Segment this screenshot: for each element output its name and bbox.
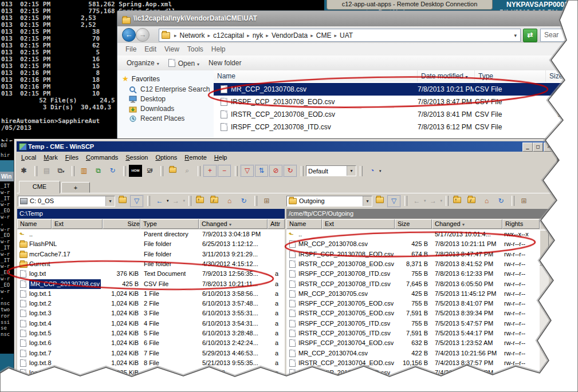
menu-item-help[interactable]: Help <box>211 45 226 53</box>
remote-file-row[interactable]: ⬑..5/17/2013 10:01:4...rwx--x--x <box>286 229 540 239</box>
filter-icon[interactable]: ▽ <box>387 195 400 207</box>
menu-item-file[interactable]: File <box>125 45 136 53</box>
local-file-row[interactable]: log.txt.81,024 KiB8 File5/21/2013 9:55:3… <box>17 358 285 368</box>
menu-item-help[interactable]: Help <box>214 154 227 161</box>
parent-directory-icon[interactable]: ↑ <box>451 195 465 207</box>
column-header-name[interactable]: Name <box>214 70 418 82</box>
remote-file-row[interactable]: MR_CCP_20130705.csv425 B7/5/2013 11:45:1… <box>286 289 540 299</box>
back-button[interactable]: ← <box>122 28 136 42</box>
menu-item-local[interactable]: Local <box>21 154 36 161</box>
refresh-icon[interactable]: ↻ <box>106 165 119 177</box>
remote-file-row[interactable]: MR_CCP_20130708.csv425 B7/8/2013 10:21:1… <box>286 239 540 249</box>
column-header-name[interactable]: Name <box>286 219 322 229</box>
transfer-preset-combo[interactable]: Default▾ <box>306 165 356 176</box>
explorer-titlebar[interactable]: \\c12capital\nyk\VendorData\CME\UAT <box>117 11 576 26</box>
breadcrumb[interactable]: ▸ Network▸c12capital▸nyk▸VendorData▸CME▸… <box>159 29 521 42</box>
revert-icon[interactable]: ↻ <box>284 165 297 177</box>
maximize-button[interactable]: □ <box>533 142 543 152</box>
column-header-changed[interactable]: Changed ▼ <box>199 219 268 229</box>
column-header-ext[interactable]: Ext <box>322 219 395 229</box>
menu-item-options[interactable]: Options <box>155 154 177 161</box>
local-file-row[interactable]: log.txt.91,025 KiB5/ /2013a <box>17 368 285 378</box>
refresh-icon[interactable]: ↻ <box>237 195 250 207</box>
local-file-row[interactable]: log.txt.11,024 KiB1 File6/10/2013 3:58:5… <box>17 289 285 299</box>
session-log-icon[interactable]: ▤ <box>40 165 53 177</box>
tab-cme[interactable]: CME <box>19 181 60 193</box>
open-directory-icon[interactable] <box>373 195 386 207</box>
menu-item-remote[interactable]: Remote <box>184 154 207 161</box>
remote-dir-combo[interactable]: Outgoing▾ <box>286 196 372 207</box>
organize-button[interactable]: Organize▾ <box>127 59 159 67</box>
find-files-icon[interactable]: ⌕ <box>180 165 194 177</box>
menu-item-tools[interactable]: Tools <box>187 45 203 53</box>
column-header-rights[interactable]: Rights <box>502 219 540 229</box>
column-header-size[interactable]: Size <box>395 219 432 229</box>
explorer-file-row[interactable]: IRSPF_CCP_20130708_EOD.csv7/8/2013 8:47 … <box>214 96 575 108</box>
remote-file-row[interactable]: MR_CCP_20130704.csv422 B7/4/2013 10:21:5… <box>286 349 540 358</box>
forward-icon[interactable]: → <box>427 195 440 207</box>
minimize-button[interactable]: _ <box>522 142 533 152</box>
root-directory-icon[interactable]: / <box>209 195 222 207</box>
chevron-down-icon[interactable]: ▾ <box>347 166 356 176</box>
remote-file-row[interactable]: IRSTR_CCP_20130705_EOD.csv7,591 B7/5/201… <box>286 308 540 318</box>
local-file-row[interactable]: mcrCache7.17File folder3/11/2013 9:21:29… <box>17 250 285 259</box>
remote-file-row[interactable]: IRSPF_CCP_20130705_ITD.csv755 B7/5/2013 … <box>286 319 540 328</box>
transfer-settings-icon[interactable]: ◔ <box>365 165 379 177</box>
local-file-row[interactable]: log.txt.21,024 KiB2 File6/10/2013 3:57:4… <box>17 299 285 308</box>
new-folder-button[interactable]: New folder <box>209 59 241 67</box>
column-header-name[interactable]: Name <box>17 219 52 229</box>
column-header-size[interactable]: Size <box>546 70 575 82</box>
winscp-titlebar[interactable]: Temp - CME - WinSCP _ □ ✕ <box>17 141 556 152</box>
local-file-row[interactable]: MR_CCP_20130708.csv425 BCSV File7/8/2013… <box>17 279 285 289</box>
chevron-down-icon[interactable]: ▾ <box>441 199 443 203</box>
parent-directory-icon[interactable]: ↑ <box>194 195 207 207</box>
search-input[interactable]: Sear <box>540 29 578 42</box>
explorer-file-row[interactable]: IRSPF_CCP_20130708_ITD.csv7/8/2013 6:12 … <box>214 121 575 133</box>
menu-item-edit[interactable]: Edit <box>144 45 156 53</box>
chevron-down-icon[interactable]: ▾ <box>379 169 382 173</box>
close-button[interactable]: ✕ <box>544 142 554 152</box>
local-file-row[interactable]: CurrentFile folder4/30/2012 4:15:12... <box>17 259 285 269</box>
remote-file-row[interactable]: IRSTR_CCP_20130708_EOD.csv8,371 B7/8/201… <box>286 259 540 269</box>
local-file-row[interactable]: log.txt.71,024 KiB7 File5/29/2013 4:46:5… <box>17 349 285 358</box>
back-icon[interactable]: ← <box>153 195 166 207</box>
home-directory-icon[interactable]: HOM <box>129 165 142 177</box>
open-button[interactable]: Open▾ <box>168 59 199 68</box>
breadcrumb-segment-cme[interactable]: CME <box>316 31 332 39</box>
root-directory-icon[interactable]: / <box>466 195 479 207</box>
chevron-down-icon[interactable]: ▾ <box>363 196 372 206</box>
tree-view-icon[interactable]: ⊞ <box>260 195 273 207</box>
local-file-row[interactable]: log.txt376 KiBText Document7/9/2013 12:5… <box>17 269 285 279</box>
remote-file-row[interactable]: IRSPF_CCP_20130704_ITD.csv707 B7/4/2013 … <box>286 368 540 378</box>
local-path-bar[interactable]: C:\Temp <box>17 209 285 219</box>
sidebar-item-c12-enterprise-search[interactable]: C12 Enterprise Search <box>129 85 214 93</box>
column-header-attr[interactable]: Attr <box>268 219 285 229</box>
split-panels-icon[interactable]: ▥ <box>77 165 91 177</box>
scrollbar-thumb[interactable] <box>540 230 549 266</box>
column-header-date-modified[interactable]: Date modified ▼ <box>418 70 475 82</box>
breadcrumb-segment-vendordata[interactable]: VendorData <box>272 31 308 39</box>
rdp-connection-bar[interactable]: c12-app-uat-apps - Remote Desktop Connec… <box>327 0 493 10</box>
breadcrumb-segment-network[interactable]: Network <box>180 31 205 39</box>
copy-files-icon[interactable]: ⧉ <box>92 165 105 177</box>
remote-file-row[interactable]: IRSPF_CCP_20130708_EOD.csv674 B7/8/2013 … <box>286 250 540 259</box>
menu-item-session[interactable]: Session <box>125 154 148 161</box>
skip-icon[interactable]: ⊘ <box>269 165 282 177</box>
chevron-down-icon[interactable]: ▾ <box>167 199 169 203</box>
refresh-button[interactable]: ⇄ <box>523 29 537 42</box>
explorer-file-row[interactable]: IRSTR_CCP_20130708_EOD.csv7/8/2013 8:41 … <box>214 108 575 121</box>
menu-item-mark[interactable]: Mark <box>44 154 57 161</box>
tab-new[interactable]: + <box>61 182 90 193</box>
forward-icon[interactable]: → <box>170 195 183 207</box>
menu-item-view[interactable]: View <box>164 45 179 53</box>
remote-file-row[interactable]: IRSTR_CCP_20130708_ITD.csv7,645 B7/8/201… <box>286 279 540 289</box>
column-header-type[interactable]: Type <box>140 219 199 229</box>
local-file-row[interactable]: FlashPNLFile folder6/25/2013 1:12:12... <box>17 239 285 249</box>
remote-file-row[interactable]: IRSPF_CCP_20130705_EOD.csv755 B7/5/2013 … <box>286 299 540 308</box>
column-header-type[interactable]: Type <box>475 70 546 82</box>
preferences-gear-icon[interactable]: ✱ <box>17 165 30 177</box>
refresh-icon[interactable]: ↻ <box>494 195 508 207</box>
sidebar-item-desktop[interactable]: Desktop <box>129 95 214 103</box>
forward-button[interactable]: → <box>136 28 150 42</box>
local-file-row[interactable]: ⬑..Parent directory7/9/2013 3:04:18 PM <box>17 229 285 239</box>
